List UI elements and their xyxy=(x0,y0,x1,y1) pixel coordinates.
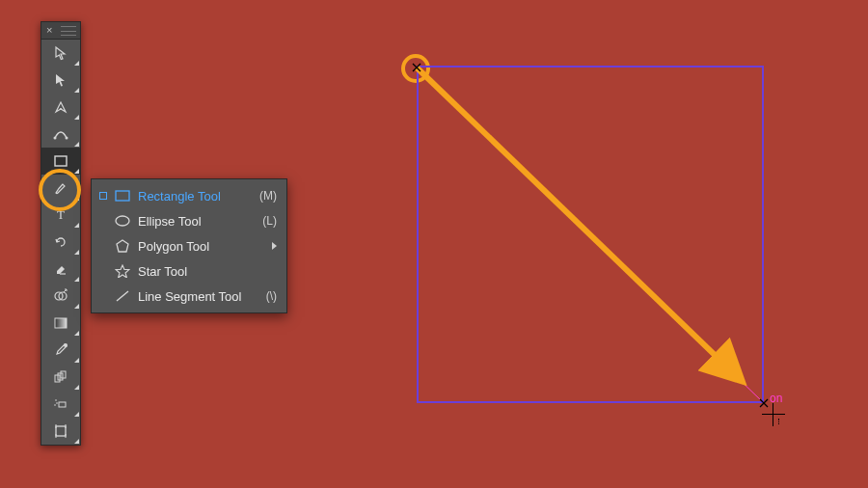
shape-tool-flyout: Rectangle Tool (M) Ellipse Tool (L) Poly… xyxy=(91,178,287,313)
flyout-item-label: Ellipse Tool xyxy=(138,214,255,229)
blend-tool[interactable] xyxy=(41,364,80,391)
svg-point-0 xyxy=(60,108,62,110)
flyout-indicator-icon xyxy=(74,88,79,93)
svg-point-14 xyxy=(56,402,58,404)
flyout-indicator-icon xyxy=(74,223,79,228)
flyout-indicator-icon xyxy=(74,439,79,444)
rectangle-tool[interactable] xyxy=(41,148,80,175)
eraser-tool[interactable] xyxy=(41,256,80,283)
svg-point-13 xyxy=(55,399,57,401)
polygon-icon xyxy=(115,238,130,254)
svg-rect-12 xyxy=(59,402,66,407)
crosshair-cursor-icon xyxy=(762,403,785,426)
flyout-rectangle-tool[interactable]: Rectangle Tool (M) xyxy=(92,183,286,208)
panel-header[interactable]: × xyxy=(41,22,80,40)
flyout-indicator-icon xyxy=(74,169,79,174)
pen-tool[interactable] xyxy=(41,94,80,121)
flyout-polygon-tool[interactable]: Polygon Tool xyxy=(92,233,286,258)
close-icon[interactable]: × xyxy=(46,25,52,36)
flyout-indicator-icon xyxy=(74,304,79,309)
svg-rect-21 xyxy=(116,191,129,201)
flyout-item-label: Line Segment Tool xyxy=(138,289,258,304)
flyout-indicator-icon xyxy=(74,277,79,282)
flyout-indicator-icon xyxy=(74,331,79,336)
selected-indicator-icon xyxy=(99,192,107,200)
flyout-indicator-icon xyxy=(74,115,79,120)
flyout-indicator-icon xyxy=(74,385,79,390)
direct-selection-tool[interactable] xyxy=(41,67,80,94)
flyout-item-shortcut: (\) xyxy=(266,289,277,303)
star-icon xyxy=(115,263,130,279)
flyout-item-shortcut: (L) xyxy=(262,214,277,228)
flyout-indicator-icon xyxy=(74,196,79,201)
panel-grip-icon[interactable] xyxy=(61,26,76,36)
eyedropper-tool[interactable] xyxy=(41,337,80,364)
svg-point-22 xyxy=(116,216,129,226)
paintbrush-tool[interactable] xyxy=(41,175,80,202)
svg-point-15 xyxy=(54,404,56,406)
curvature-tool[interactable] xyxy=(41,121,80,148)
line-icon xyxy=(115,288,130,304)
gradient-tool[interactable] xyxy=(41,310,80,337)
rotate-tool[interactable] xyxy=(41,229,80,256)
svg-point-1 xyxy=(54,137,57,140)
submenu-arrow-icon xyxy=(272,242,277,250)
svg-line-25 xyxy=(117,291,128,301)
type-tool[interactable]: T xyxy=(41,202,80,229)
flyout-ellipse-tool[interactable]: Ellipse Tool (L) xyxy=(92,208,286,233)
smart-guide-label: on xyxy=(770,392,782,405)
svg-point-8 xyxy=(64,343,68,347)
svg-rect-7 xyxy=(55,318,67,328)
flyout-item-label: Star Tool xyxy=(138,264,277,279)
tools-panel: × T xyxy=(41,21,81,446)
svg-rect-3 xyxy=(55,156,67,166)
symbol-sprayer-tool[interactable] xyxy=(41,391,80,418)
artboard-tool[interactable] xyxy=(41,418,80,445)
svg-point-2 xyxy=(66,137,68,140)
flyout-item-shortcut: (M) xyxy=(259,189,277,203)
drawn-rectangle xyxy=(417,66,764,403)
flyout-indicator-icon xyxy=(74,142,79,147)
flyout-item-label: Polygon Tool xyxy=(138,239,264,254)
ellipse-icon xyxy=(115,213,130,229)
selection-tool[interactable] xyxy=(41,40,80,67)
flyout-star-tool[interactable]: Star Tool xyxy=(92,258,286,284)
flyout-indicator-icon xyxy=(74,412,79,417)
rectangle-icon xyxy=(115,188,130,203)
flyout-item-label: Rectangle Tool xyxy=(138,189,252,203)
shape-builder-tool[interactable] xyxy=(41,283,80,310)
svg-rect-16 xyxy=(56,426,66,436)
flyout-indicator-icon xyxy=(74,61,79,66)
flyout-line-segment-tool[interactable]: Line Segment Tool (\) xyxy=(92,284,286,309)
svg-text:T: T xyxy=(57,207,65,222)
flyout-indicator-icon xyxy=(74,250,79,255)
flyout-indicator-icon xyxy=(74,358,79,363)
svg-marker-24 xyxy=(116,265,129,278)
svg-marker-23 xyxy=(117,240,128,252)
